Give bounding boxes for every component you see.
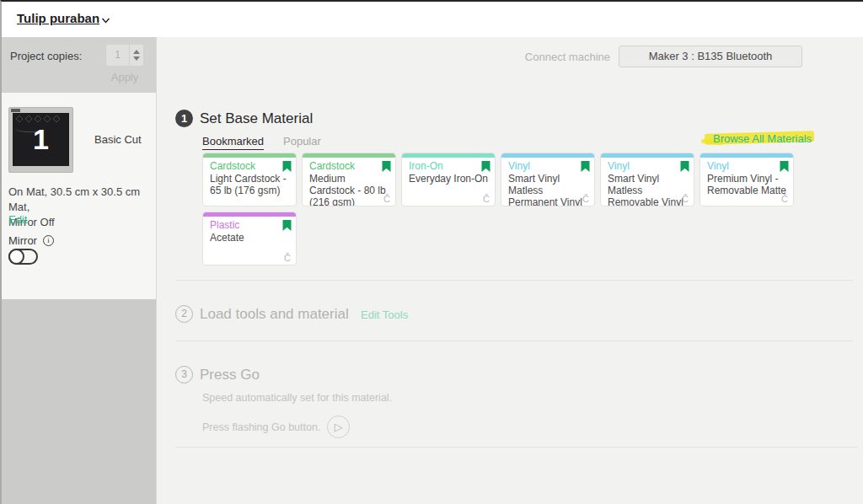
main-panel: Connect machine Maker 3 : B135 Bluetooth…: [156, 37, 863, 504]
browse-all-materials-link[interactable]: Browse All Materials: [713, 132, 812, 145]
cricut-brand-icon: Č: [383, 194, 390, 204]
connect-machine-label: Connect machine: [525, 51, 610, 63]
material-card-grid: Cardstock Light Cardstock - 65 lb (176 g…: [202, 153, 802, 265]
material-name: Smart Vinyl Matless Permanent Vinyl: [508, 173, 591, 206]
stepper-down-icon[interactable]: [133, 56, 140, 61]
material-color-strip: [402, 153, 495, 158]
mirror-row: Mirror: [8, 234, 54, 247]
project-copies-panel: Project copies: 1 Apply: [2, 37, 156, 93]
go-button-play-icon: [327, 416, 350, 438]
cricut-brand-icon: Č: [582, 194, 589, 204]
mat-tab: [35, 167, 49, 171]
material-category: Vinyl: [707, 160, 729, 172]
bookmark-icon[interactable]: [481, 161, 490, 172]
material-name: Smart Vinyl Matless Removable Vinyl: [608, 173, 690, 206]
material-category: Vinyl: [508, 160, 530, 172]
tulip-design-outline: [16, 115, 60, 122]
material-color-strip: [700, 153, 793, 158]
material-card-smart-vinyl-removable[interactable]: Vinyl Smart Vinyl Matless Removable Viny…: [600, 153, 694, 206]
material-category: Cardstock: [309, 160, 355, 172]
bookmark-icon[interactable]: [780, 161, 789, 172]
header-bar: Tulip puraban: [2, 2, 863, 37]
mat-canvas: 1: [13, 113, 69, 166]
material-name: Medium Cardstock - 80 lb (216 gsm): [309, 173, 392, 206]
mirror-toggle[interactable]: [8, 249, 38, 265]
chevron-down-icon[interactable]: [101, 16, 110, 25]
copies-input[interactable]: 1: [106, 45, 143, 66]
project-title-link[interactable]: Tulip puraban: [17, 11, 99, 25]
material-card-everyday-iron-on[interactable]: Iron-On Everyday Iron-On Č: [401, 153, 496, 206]
step3-title: Press Go: [200, 367, 260, 383]
material-color-strip: [203, 153, 296, 158]
project-copies-label: Project copies:: [10, 50, 82, 62]
copies-stepper[interactable]: [129, 45, 143, 66]
section-divider: [175, 447, 858, 448]
step2-title: Load tools and material: [200, 306, 349, 323]
browse-all-materials[interactable]: Browse All Materials: [713, 132, 819, 147]
material-name: Light Cardstock - 65 lb (176 gsm): [210, 173, 292, 196]
material-card-acetate[interactable]: Plastic Acetate Č: [202, 212, 297, 265]
cricut-brand-icon: Č: [284, 253, 291, 263]
step1-title: Set Base Material: [200, 110, 313, 127]
material-color-strip: [203, 212, 296, 217]
material-category: Plastic: [210, 219, 239, 231]
bookmark-icon[interactable]: [581, 161, 590, 172]
step1-badge: 1: [175, 110, 193, 127]
step3-badge: 3: [175, 366, 193, 383]
machine-select-button[interactable]: Maker 3 : B135 Bluetooth: [619, 46, 802, 67]
mat-brand-chip: [11, 109, 20, 112]
material-category: Iron-On: [409, 160, 443, 172]
bookmark-icon[interactable]: [680, 161, 689, 172]
section-divider: [175, 340, 853, 341]
sidebar: Project copies: 1 Apply 1 Basic Cut: [2, 37, 156, 504]
material-card-medium-cardstock[interactable]: Cardstock Medium Cardstock - 80 lb (216 …: [302, 153, 396, 206]
mirror-label: Mirror: [8, 234, 37, 247]
copies-value[interactable]: 1: [106, 45, 129, 66]
material-color-strip: [601, 153, 694, 158]
material-color-strip: [501, 153, 594, 158]
material-category: Cardstock: [210, 160, 255, 172]
speed-auto-text: Speed automatically set for this materia…: [202, 392, 392, 404]
mat-preview-thumbnail[interactable]: 1: [8, 107, 73, 173]
mat-number: 1: [13, 123, 69, 156]
press-go-text: Press flashing Go button.: [202, 421, 320, 433]
mat-info-line1: On Mat, 30.5 cm x 30.5 cm Mat,: [8, 185, 156, 215]
material-color-strip: [303, 153, 395, 158]
material-card-smart-vinyl-permanent[interactable]: Vinyl Smart Vinyl Matless Permanent Viny…: [501, 153, 595, 206]
edit-mat-link[interactable]: Edit: [8, 213, 27, 226]
tab-bookmarked[interactable]: Bookmarked: [202, 135, 264, 150]
press-go-row: Press flashing Go button.: [202, 416, 350, 438]
toggle-knob[interactable]: [8, 249, 24, 265]
edit-tools-link[interactable]: Edit Tools: [361, 308, 408, 321]
app-window: Tulip puraban Project copies: 1 Apply: [0, 0, 863, 504]
cricut-brand-icon: Č: [483, 194, 490, 204]
section-divider: [175, 280, 853, 281]
bookmark-icon[interactable]: [382, 161, 391, 172]
cut-type-label: Basic Cut: [94, 133, 142, 146]
material-card-light-cardstock[interactable]: Cardstock Light Cardstock - 65 lb (176 g…: [202, 153, 297, 206]
material-name: Premium Vinyl - Removable Matte: [707, 173, 790, 196]
cricut-brand-icon: Č: [682, 194, 689, 204]
material-name: Acetate: [210, 232, 292, 244]
bookmark-icon[interactable]: [282, 220, 292, 231]
mat-info-text: On Mat, 30.5 cm x 30.5 cm Mat, Mirror Of…: [8, 185, 156, 230]
material-name: Everyday Iron-On: [409, 173, 491, 185]
step2-badge: 2: [175, 305, 193, 323]
material-card-premium-vinyl-matte[interactable]: Vinyl Premium Vinyl - Removable Matte Č: [700, 153, 794, 206]
mat-info-line2: Mirror Off: [8, 215, 156, 230]
apply-button[interactable]: Apply: [106, 71, 143, 88]
bookmark-icon[interactable]: [282, 161, 292, 172]
info-icon[interactable]: [43, 235, 54, 246]
sidebar-empty-area: [2, 299, 156, 504]
material-category: Vinyl: [608, 160, 630, 172]
stepper-up-icon[interactable]: [133, 50, 140, 54]
tab-popular[interactable]: Popular: [283, 135, 321, 147]
cricut-brand-icon: Č: [781, 194, 788, 204]
